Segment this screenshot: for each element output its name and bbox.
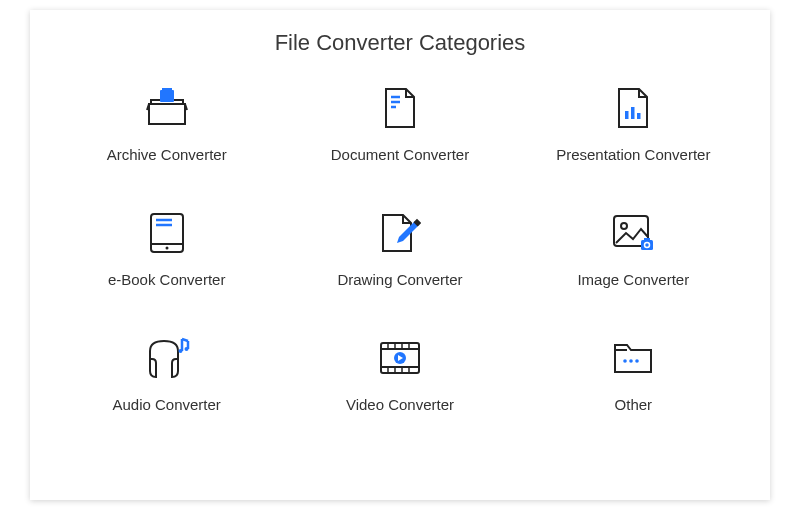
category-label: Video Converter: [346, 396, 454, 413]
presentation-icon: [615, 86, 651, 130]
svg-rect-5: [625, 111, 629, 119]
svg-point-35: [630, 359, 634, 363]
audio-icon: [144, 336, 190, 380]
categories-panel: File Converter Categories Archive Conver…: [30, 10, 770, 500]
category-image[interactable]: Image Converter: [543, 211, 723, 288]
category-drawing[interactable]: Drawing Converter: [310, 211, 490, 288]
document-icon: [382, 86, 418, 130]
category-archive[interactable]: Archive Converter: [77, 86, 257, 163]
svg-point-19: [178, 349, 182, 353]
drawing-icon: [379, 211, 421, 255]
archive-icon: [145, 86, 189, 130]
svg-rect-16: [641, 240, 653, 250]
page-title: File Converter Categories: [60, 30, 740, 56]
svg-point-34: [624, 359, 628, 363]
svg-point-36: [636, 359, 640, 363]
svg-rect-7: [637, 113, 641, 119]
category-video[interactable]: Video Converter: [310, 336, 490, 413]
ebook-icon: [148, 211, 186, 255]
svg-rect-1: [162, 88, 172, 91]
category-audio[interactable]: Audio Converter: [77, 336, 257, 413]
category-label: Other: [615, 396, 653, 413]
svg-point-20: [184, 347, 188, 351]
svg-rect-18: [644, 238, 650, 241]
category-presentation[interactable]: Presentation Converter: [543, 86, 723, 163]
svg-point-15: [621, 223, 627, 229]
svg-rect-6: [631, 107, 635, 119]
categories-grid: Archive Converter Document Converter: [60, 86, 740, 413]
category-other[interactable]: Other: [543, 336, 723, 413]
category-label: Audio Converter: [112, 396, 220, 413]
image-icon: [611, 211, 655, 255]
category-document[interactable]: Document Converter: [310, 86, 490, 163]
svg-rect-0: [160, 90, 174, 102]
category-label: e-Book Converter: [108, 271, 226, 288]
category-label: Drawing Converter: [337, 271, 462, 288]
category-label: Document Converter: [331, 146, 469, 163]
video-icon: [378, 336, 422, 380]
svg-point-10: [165, 247, 168, 250]
folder-icon: [611, 336, 655, 380]
category-label: Presentation Converter: [556, 146, 710, 163]
category-ebook[interactable]: e-Book Converter: [77, 211, 257, 288]
category-label: Image Converter: [577, 271, 689, 288]
category-label: Archive Converter: [107, 146, 227, 163]
